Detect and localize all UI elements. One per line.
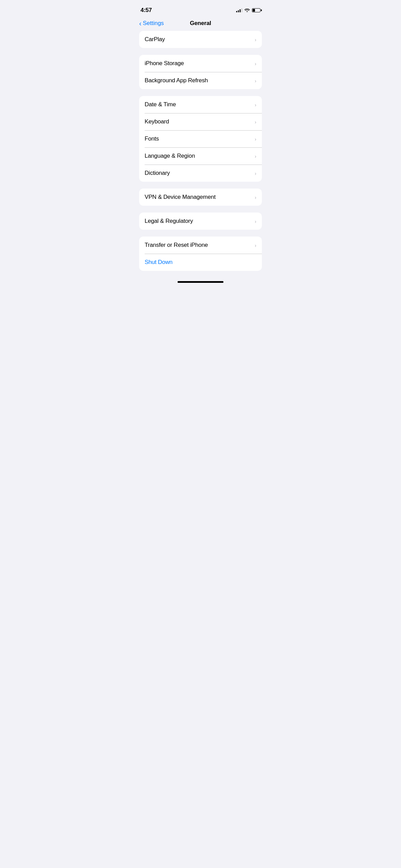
vpn-device-management-row[interactable]: VPN & Device Management › xyxy=(139,189,262,206)
carplay-label: CarPlay xyxy=(145,36,165,43)
dictionary-label: Dictionary xyxy=(145,170,170,177)
date-time-chevron-icon: › xyxy=(255,102,256,108)
dictionary-chevron-icon: › xyxy=(255,170,256,176)
keyboard-row[interactable]: Keyboard › xyxy=(139,113,262,130)
vpn-group: VPN & Device Management › xyxy=(139,189,262,206)
signal-bar-3 xyxy=(240,9,241,12)
signal-bar-2 xyxy=(238,10,239,12)
back-button[interactable]: ‹ Settings xyxy=(139,20,164,27)
vpn-device-management-chevron-icon: › xyxy=(255,194,256,200)
back-chevron-icon: ‹ xyxy=(139,20,142,27)
fonts-chevron-icon: › xyxy=(255,136,256,142)
status-time: 4:57 xyxy=(141,7,152,14)
signal-bars-icon xyxy=(236,8,242,12)
page-title: General xyxy=(190,20,211,27)
status-bar: 4:57 xyxy=(134,0,267,17)
legal-group: Legal & Regulatory › xyxy=(139,213,262,230)
carplay-row[interactable]: CarPlay › xyxy=(139,31,262,48)
fonts-row[interactable]: Fonts › xyxy=(139,130,262,147)
nav-bar: ‹ Settings General xyxy=(134,17,267,31)
iphone-storage-chevron-icon: › xyxy=(255,61,256,67)
back-label: Settings xyxy=(143,20,164,27)
language-region-row[interactable]: Language & Region › xyxy=(139,147,262,165)
vpn-device-management-label: VPN & Device Management xyxy=(145,194,216,201)
storage-group: iPhone Storage › Background App Refresh … xyxy=(139,55,262,89)
language-region-label: Language & Region xyxy=(145,153,195,159)
legal-regulatory-row[interactable]: Legal & Regulatory › xyxy=(139,213,262,230)
keyboard-label: Keyboard xyxy=(145,118,169,125)
carplay-chevron-icon: › xyxy=(255,37,256,43)
transfer-reset-row[interactable]: Transfer or Reset iPhone › xyxy=(139,237,262,254)
transfer-reset-chevron-icon: › xyxy=(255,242,256,248)
iphone-storage-row[interactable]: iPhone Storage › xyxy=(139,55,262,72)
dictionary-row[interactable]: Dictionary › xyxy=(139,165,262,182)
legal-regulatory-chevron-icon: › xyxy=(255,218,256,224)
transfer-group: Transfer or Reset iPhone › Shut Down xyxy=(139,237,262,271)
iphone-storage-label: iPhone Storage xyxy=(145,60,184,67)
home-indicator-bar xyxy=(178,281,223,283)
transfer-reset-label: Transfer or Reset iPhone xyxy=(145,242,208,249)
carplay-group: CarPlay › xyxy=(139,31,262,48)
battery-fill xyxy=(253,9,255,12)
date-time-label: Date & Time xyxy=(145,101,176,108)
battery-icon xyxy=(252,8,260,12)
fonts-label: Fonts xyxy=(145,135,159,142)
shut-down-row[interactable]: Shut Down xyxy=(139,254,262,271)
shut-down-label: Shut Down xyxy=(145,259,172,266)
status-icons xyxy=(236,8,260,13)
keyboard-chevron-icon: › xyxy=(255,119,256,125)
settings-content: CarPlay › iPhone Storage › Background Ap… xyxy=(134,31,267,271)
home-indicator xyxy=(134,278,267,286)
date-time-row[interactable]: Date & Time › xyxy=(139,96,262,113)
wifi-icon xyxy=(244,8,250,13)
signal-bar-4 xyxy=(241,8,242,12)
background-app-refresh-chevron-icon: › xyxy=(255,78,256,84)
language-region-chevron-icon: › xyxy=(255,153,256,159)
background-app-refresh-label: Background App Refresh xyxy=(145,77,208,84)
background-app-refresh-row[interactable]: Background App Refresh › xyxy=(139,72,262,89)
datetime-group: Date & Time › Keyboard › Fonts › Languag… xyxy=(139,96,262,182)
signal-bar-1 xyxy=(236,11,237,12)
legal-regulatory-label: Legal & Regulatory xyxy=(145,218,193,225)
